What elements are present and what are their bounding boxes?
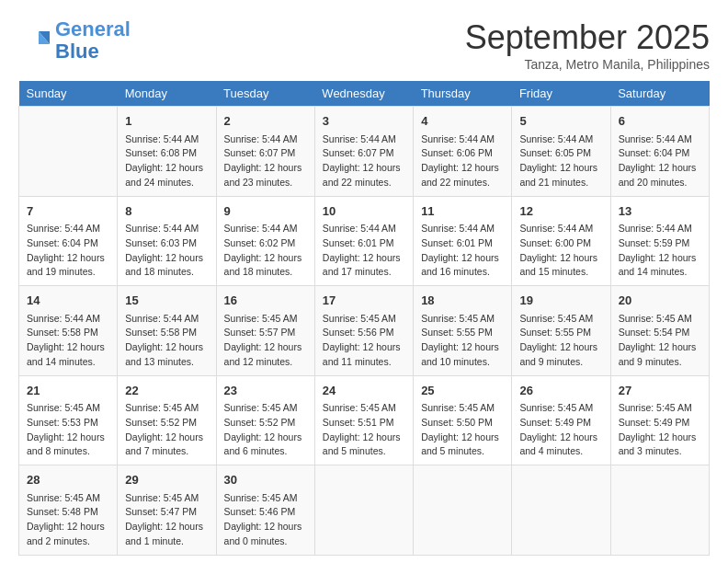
day-number: 12 <box>519 202 602 221</box>
cell-info: Sunrise: 5:44 AM Sunset: 6:06 PM Dayligh… <box>421 132 504 190</box>
cell-info: Sunrise: 5:44 AM Sunset: 6:05 PM Dayligh… <box>519 132 602 190</box>
day-number: 27 <box>619 382 701 400</box>
cell-info: Sunrise: 5:45 AM Sunset: 5:47 PM Dayligh… <box>125 491 208 549</box>
cell-info: Sunrise: 5:44 AM Sunset: 6:00 PM Dayligh… <box>519 222 602 280</box>
calendar-cell: 10Sunrise: 5:44 AM Sunset: 6:01 PM Dayli… <box>314 196 413 286</box>
calendar-week-row: 7Sunrise: 5:44 AM Sunset: 6:04 PM Daylig… <box>19 196 710 286</box>
calendar-cell: 20Sunrise: 5:45 AM Sunset: 5:54 PM Dayli… <box>610 286 709 376</box>
day-number: 8 <box>125 202 208 221</box>
cell-info: Sunrise: 5:45 AM Sunset: 5:51 PM Dayligh… <box>323 401 405 459</box>
day-number: 28 <box>27 471 109 489</box>
day-number: 2 <box>224 112 307 131</box>
cell-info: Sunrise: 5:44 AM Sunset: 6:04 PM Dayligh… <box>619 132 701 190</box>
calendar-cell: 24Sunrise: 5:45 AM Sunset: 5:51 PM Dayli… <box>314 375 413 465</box>
month-title: September 2025 <box>465 18 710 57</box>
calendar-week-row: 14Sunrise: 5:44 AM Sunset: 5:58 PM Dayli… <box>19 286 710 376</box>
weekday-header-row: SundayMondayTuesdayWednesdayThursdayFrid… <box>19 81 710 107</box>
cell-info: Sunrise: 5:45 AM Sunset: 5:48 PM Dayligh… <box>27 491 109 549</box>
cell-info: Sunrise: 5:45 AM Sunset: 5:55 PM Dayligh… <box>421 312 504 370</box>
calendar-cell <box>19 107 118 197</box>
cell-info: Sunrise: 5:44 AM Sunset: 6:08 PM Dayligh… <box>125 132 208 190</box>
cell-info: Sunrise: 5:44 AM Sunset: 5:58 PM Dayligh… <box>27 312 109 370</box>
weekday-header-thursday: Thursday <box>414 81 512 107</box>
calendar-cell <box>610 465 709 556</box>
calendar-cell: 7Sunrise: 5:44 AM Sunset: 6:04 PM Daylig… <box>19 196 118 286</box>
calendar-cell: 6Sunrise: 5:44 AM Sunset: 6:04 PM Daylig… <box>610 107 709 197</box>
logo-text: General Blue <box>55 18 131 63</box>
weekday-header-friday: Friday <box>512 81 610 107</box>
calendar-cell: 19Sunrise: 5:45 AM Sunset: 5:55 PM Dayli… <box>512 286 610 376</box>
cell-info: Sunrise: 5:44 AM Sunset: 6:01 PM Dayligh… <box>421 222 504 280</box>
day-number: 23 <box>224 382 307 400</box>
day-number: 13 <box>619 202 701 221</box>
calendar-cell <box>314 465 413 556</box>
day-number: 25 <box>421 382 504 400</box>
day-number: 26 <box>519 382 602 400</box>
calendar-cell: 5Sunrise: 5:44 AM Sunset: 6:05 PM Daylig… <box>512 107 610 197</box>
cell-info: Sunrise: 5:45 AM Sunset: 5:56 PM Dayligh… <box>323 312 405 370</box>
calendar-cell: 30Sunrise: 5:45 AM Sunset: 5:46 PM Dayli… <box>216 465 314 556</box>
cell-info: Sunrise: 5:45 AM Sunset: 5:54 PM Dayligh… <box>619 312 701 370</box>
calendar-cell: 21Sunrise: 5:45 AM Sunset: 5:53 PM Dayli… <box>19 375 118 465</box>
day-number: 16 <box>224 292 307 310</box>
day-number: 20 <box>619 292 701 310</box>
day-number: 5 <box>519 112 602 131</box>
day-number: 24 <box>323 382 405 400</box>
logo: General Blue <box>18 18 131 63</box>
calendar-cell: 16Sunrise: 5:45 AM Sunset: 5:57 PM Dayli… <box>216 286 314 376</box>
day-number: 29 <box>125 471 208 489</box>
calendar-cell: 23Sunrise: 5:45 AM Sunset: 5:52 PM Dayli… <box>216 375 314 465</box>
day-number: 1 <box>125 112 208 131</box>
cell-info: Sunrise: 5:45 AM Sunset: 5:57 PM Dayligh… <box>224 312 307 370</box>
cell-info: Sunrise: 5:44 AM Sunset: 6:01 PM Dayligh… <box>323 222 405 280</box>
cell-info: Sunrise: 5:44 AM Sunset: 6:02 PM Dayligh… <box>224 222 307 280</box>
calendar-cell: 17Sunrise: 5:45 AM Sunset: 5:56 PM Dayli… <box>314 286 413 376</box>
cell-info: Sunrise: 5:44 AM Sunset: 6:04 PM Dayligh… <box>27 222 109 280</box>
day-number: 21 <box>27 382 109 400</box>
day-number: 19 <box>519 292 602 310</box>
location-subtitle: Tanza, Metro Manila, Philippines <box>465 57 710 72</box>
day-number: 30 <box>224 471 307 489</box>
calendar-table: SundayMondayTuesdayWednesdayThursdayFrid… <box>18 81 710 556</box>
calendar-cell <box>512 465 610 556</box>
weekday-header-tuesday: Tuesday <box>216 81 314 107</box>
cell-info: Sunrise: 5:45 AM Sunset: 5:46 PM Dayligh… <box>224 491 307 549</box>
calendar-cell: 22Sunrise: 5:45 AM Sunset: 5:52 PM Dayli… <box>118 375 216 465</box>
cell-info: Sunrise: 5:45 AM Sunset: 5:49 PM Dayligh… <box>619 401 701 459</box>
day-number: 14 <box>27 292 109 310</box>
cell-info: Sunrise: 5:45 AM Sunset: 5:50 PM Dayligh… <box>421 401 504 459</box>
calendar-cell: 28Sunrise: 5:45 AM Sunset: 5:48 PM Dayli… <box>19 465 118 556</box>
calendar-cell: 8Sunrise: 5:44 AM Sunset: 6:03 PM Daylig… <box>118 196 216 286</box>
cell-info: Sunrise: 5:45 AM Sunset: 5:52 PM Dayligh… <box>224 401 307 459</box>
calendar-week-row: 1Sunrise: 5:44 AM Sunset: 6:08 PM Daylig… <box>19 107 710 197</box>
logo-line1: General <box>55 17 131 40</box>
day-number: 17 <box>323 292 405 310</box>
weekday-header-wednesday: Wednesday <box>314 81 413 107</box>
cell-info: Sunrise: 5:45 AM Sunset: 5:55 PM Dayligh… <box>519 312 602 370</box>
calendar-cell: 4Sunrise: 5:44 AM Sunset: 6:06 PM Daylig… <box>414 107 512 197</box>
calendar-cell: 12Sunrise: 5:44 AM Sunset: 6:00 PM Dayli… <box>512 196 610 286</box>
title-block: September 2025 Tanza, Metro Manila, Phil… <box>465 18 710 72</box>
calendar-cell <box>414 465 512 556</box>
calendar-cell: 14Sunrise: 5:44 AM Sunset: 5:58 PM Dayli… <box>19 286 118 376</box>
calendar-cell: 25Sunrise: 5:45 AM Sunset: 5:50 PM Dayli… <box>414 375 512 465</box>
day-number: 18 <box>421 292 504 310</box>
day-number: 6 <box>619 112 701 131</box>
cell-info: Sunrise: 5:44 AM Sunset: 6:03 PM Dayligh… <box>125 222 208 280</box>
cell-info: Sunrise: 5:44 AM Sunset: 5:58 PM Dayligh… <box>125 312 208 370</box>
calendar-cell: 2Sunrise: 5:44 AM Sunset: 6:07 PM Daylig… <box>216 107 314 197</box>
weekday-header-saturday: Saturday <box>610 81 709 107</box>
calendar-cell: 26Sunrise: 5:45 AM Sunset: 5:49 PM Dayli… <box>512 375 610 465</box>
day-number: 3 <box>323 112 405 131</box>
day-number: 7 <box>27 202 109 221</box>
day-number: 9 <box>224 202 307 221</box>
cell-info: Sunrise: 5:44 AM Sunset: 5:59 PM Dayligh… <box>619 222 701 280</box>
calendar-cell: 13Sunrise: 5:44 AM Sunset: 5:59 PM Dayli… <box>610 196 709 286</box>
calendar-week-row: 28Sunrise: 5:45 AM Sunset: 5:48 PM Dayli… <box>19 465 710 556</box>
day-number: 10 <box>323 202 405 221</box>
cell-info: Sunrise: 5:44 AM Sunset: 6:07 PM Dayligh… <box>323 132 405 190</box>
day-number: 11 <box>421 202 504 221</box>
logo-line2: Blue <box>55 40 131 63</box>
day-number: 15 <box>125 292 208 310</box>
calendar-cell: 29Sunrise: 5:45 AM Sunset: 5:47 PM Dayli… <box>118 465 216 556</box>
